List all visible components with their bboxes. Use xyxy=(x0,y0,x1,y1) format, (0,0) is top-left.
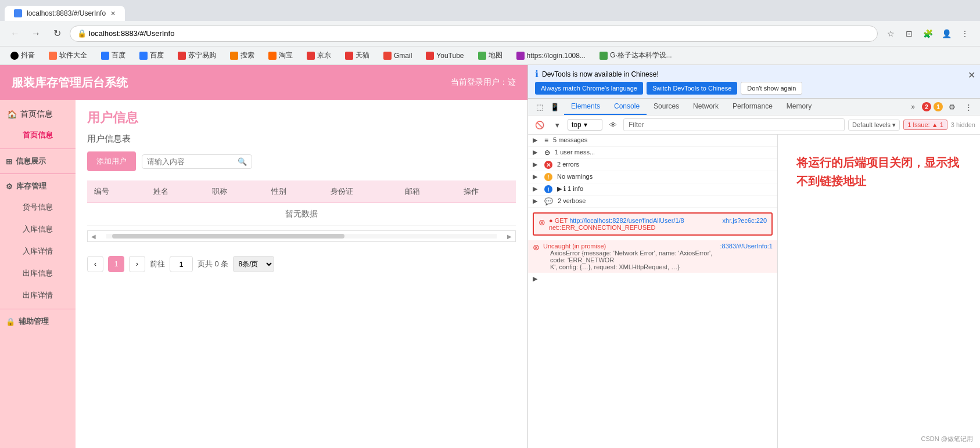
bookmark-search[interactable]: 搜索 xyxy=(227,49,258,62)
scroll-left-arrow[interactable]: ◀ xyxy=(88,230,99,242)
devtools-panel-icons: ⬚ 📱 xyxy=(533,100,562,114)
search-input[interactable] xyxy=(147,157,234,166)
bookmark-taobao[interactable]: 淘宝 xyxy=(265,49,296,62)
console-row-messages[interactable]: ▶ ≡ 5 messages xyxy=(528,135,777,147)
hidden-label: 3 hidden xyxy=(951,121,975,128)
issue-badge: 1 Issue: ▲ 1 xyxy=(903,120,947,130)
gmail-icon xyxy=(383,52,392,60)
bookmark-baidu1[interactable]: 百度 xyxy=(98,49,129,62)
sidebar-info-section[interactable]: ⊞ 信息展示 xyxy=(0,151,76,171)
tab-console[interactable]: Console xyxy=(607,99,647,115)
bookmark-map[interactable]: 地图 xyxy=(475,49,506,62)
reload-button[interactable]: ↻ xyxy=(49,26,65,42)
scroll-thumb[interactable] xyxy=(112,234,344,239)
cast-icon[interactable]: ⊡ xyxy=(901,26,917,42)
console-toolbar: 🚫 ▾ top ▾ 👁 Default levels ▾ 1 Issue: ▲ … xyxy=(528,115,980,135)
url-input[interactable] xyxy=(89,29,870,38)
console-row-user-messages[interactable]: ▶ ⊖ 1 user mess... xyxy=(528,147,777,159)
col-header-id: 编号 xyxy=(87,180,146,203)
pagination-per-page-select[interactable]: 8条/页 16条/页 32条/页 xyxy=(233,256,274,272)
expand-icon: ▶ xyxy=(533,185,540,193)
devtools-settings-icon[interactable]: ⚙ xyxy=(945,100,959,114)
pagination-page-input[interactable] xyxy=(170,256,193,272)
sidebar-item-home[interactable]: 首页信息 xyxy=(0,124,76,146)
sidebar-item-inbound[interactable]: 入库信息 xyxy=(0,218,76,240)
scroll-right-arrow[interactable]: ▶ xyxy=(504,230,515,242)
bookmark-jd[interactable]: 京东 xyxy=(303,49,335,62)
tab-network[interactable]: Network xyxy=(686,99,726,115)
warnings-label: No warnings xyxy=(557,173,773,180)
console-clear-icon[interactable]: 🚫 xyxy=(533,118,547,132)
tab-memory[interactable]: Memory xyxy=(780,99,819,115)
url-bar[interactable]: 🔒 xyxy=(70,26,878,42)
bookmark-suning[interactable]: 苏宁易购 xyxy=(174,49,220,62)
gear-icon: ⚙ xyxy=(6,182,13,191)
youtube-icon xyxy=(426,52,434,60)
error-url[interactable]: http://localhost:8282/user/findAllUser/1… xyxy=(569,217,684,224)
sidebar-item-outbound[interactable]: 出库信息 xyxy=(0,262,76,284)
sidebar-divider-3 xyxy=(0,309,76,309)
console-eye-icon[interactable]: 👁 xyxy=(606,118,620,132)
extensions-icon[interactable]: 🧩 xyxy=(920,26,936,42)
col-header-action: 操作 xyxy=(457,180,516,203)
switch-chinese-button[interactable]: Switch DevTools to Chinese xyxy=(647,82,737,95)
console-level-selector[interactable]: Default levels ▾ xyxy=(848,120,900,131)
promise-error-line1: Uncaught (in promise) xyxy=(543,243,716,250)
promise-error-line3: K', config: {…}, request: XMLHttpRequest… xyxy=(543,263,716,270)
menu-icon[interactable]: ⋮ xyxy=(957,26,973,42)
bookmark-tianmao[interactable]: 天猫 xyxy=(342,49,373,62)
tab-sources[interactable]: Sources xyxy=(647,99,686,115)
dont-show-button[interactable]: Don't show again xyxy=(741,82,802,95)
sidebar-warehouse-section[interactable]: ⚙ 库存管理 xyxy=(0,176,76,196)
devtools-device-icon[interactable]: 📱 xyxy=(548,100,562,114)
promise-error-icon: ⊗ xyxy=(533,243,540,252)
tab-close-icon[interactable]: ✕ xyxy=(110,10,116,17)
expand-icon: ▶ xyxy=(533,161,540,168)
console-row-verbose[interactable]: ▶ 💬 2 verbose xyxy=(528,196,777,208)
sidebar-item-outbound-detail[interactable]: 出库详情 xyxy=(0,284,76,306)
console-row-info[interactable]: ▶ i ▶ ℹ 1 info xyxy=(528,183,777,196)
bookmark-software[interactable]: 软件大全 xyxy=(45,49,91,62)
devtools-notify-row: ℹ DevTools is now available in Chinese! … xyxy=(535,68,973,80)
devtools-select-element-icon[interactable]: ⬚ xyxy=(533,100,547,114)
bookmark-baidu2[interactable]: 百度 xyxy=(136,49,167,62)
bookmark-star-icon[interactable]: ☆ xyxy=(882,26,899,42)
bookmark-login[interactable]: https://login.1008... xyxy=(513,50,589,61)
home-icon: 🏠 xyxy=(7,110,17,119)
promise-error-link[interactable]: :8383/#/UserInfo:1 xyxy=(720,243,773,250)
active-tab[interactable]: localhost:8883/#/UserInfo ✕ xyxy=(5,6,125,21)
pagination-prev-button[interactable]: ‹ xyxy=(87,256,103,272)
sidebar-item-inbound-detail[interactable]: 入库详情 xyxy=(0,240,76,262)
console-left-panel: ▶ ≡ 5 messages ▶ ⊖ 1 user mess... ▶ ✕ 2 … xyxy=(528,135,778,448)
add-user-button[interactable]: 添加用户 xyxy=(87,151,136,171)
sidebar-item-goods[interactable]: 货号信息 xyxy=(0,196,76,218)
console-filter-input[interactable] xyxy=(623,118,845,131)
console-row-warnings[interactable]: ▶ ! No warnings xyxy=(528,171,777,183)
back-button[interactable]: ← xyxy=(7,26,23,42)
profile-icon[interactable]: 👤 xyxy=(938,26,954,42)
tab-performance[interactable]: Performance xyxy=(726,99,780,115)
bookmark-douyin[interactable]: 抖音 xyxy=(7,49,38,62)
devtools-close-button[interactable]: ✕ xyxy=(968,70,975,81)
console-filter-icon[interactable]: ▾ xyxy=(550,118,564,132)
expand-more-row[interactable]: ▶ xyxy=(528,273,777,285)
sidebar-home-item-label: 首页信息 xyxy=(23,131,53,139)
forward-button[interactable]: → xyxy=(28,26,44,42)
bookmark-csdn[interactable]: G·格子达本科学设... xyxy=(596,49,676,62)
sidebar-aux-section[interactable]: 🔒 辅助管理 xyxy=(0,312,76,331)
bookmark-gmail[interactable]: Gmail xyxy=(380,50,415,61)
devtools-more-tabs[interactable]: » xyxy=(906,99,920,114)
devtools-overflow-icon[interactable]: ⋮ xyxy=(961,100,975,114)
pagination-page-1-button[interactable]: 1 xyxy=(108,256,124,272)
tab-elements[interactable]: Elements xyxy=(564,99,607,115)
pagination-next-button[interactable]: › xyxy=(129,256,145,272)
console-context-selector[interactable]: top ▾ xyxy=(568,119,602,131)
sidebar-item-home-header[interactable]: 🏠 首页信息 xyxy=(0,104,76,124)
error-link[interactable]: xhr.js?ec6c:220 xyxy=(723,217,767,224)
console-row-errors[interactable]: ▶ ✕ 2 errors xyxy=(528,159,777,171)
console-body: ▶ ≡ 5 messages ▶ ⊖ 1 user mess... ▶ ✕ 2 … xyxy=(528,135,980,448)
promise-error-box: ⊗ Uncaught (in promise) AxiosError {mess… xyxy=(528,240,777,273)
match-language-button[interactable]: Always match Chrome's language xyxy=(535,82,643,95)
horizontal-scrollbar[interactable]: ◀ ▶ xyxy=(87,230,516,242)
bookmark-youtube[interactable]: YouTube xyxy=(422,50,467,61)
